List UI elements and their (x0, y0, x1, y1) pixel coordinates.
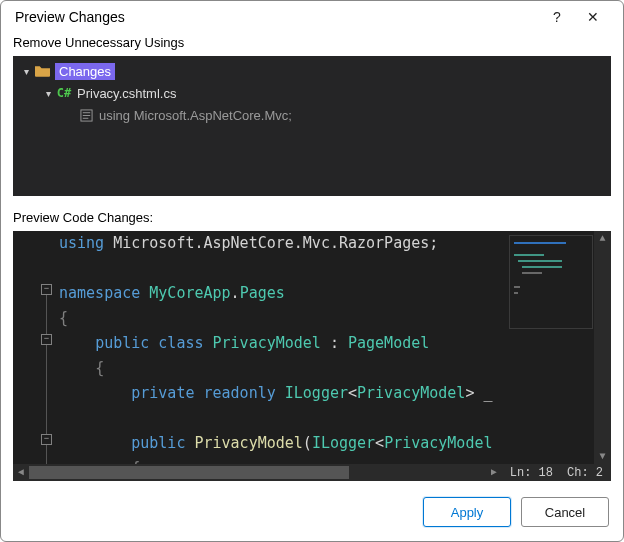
tree-change-label: using Microsoft.AspNetCore.Mvc; (95, 108, 292, 123)
tree-file-node[interactable]: ▾ C# Privacy.cshtml.cs (13, 82, 611, 104)
code-section-label: Preview Code Changes: (1, 206, 623, 231)
dialog-title: Preview Changes (15, 9, 539, 25)
expand-icon[interactable]: ▾ (41, 88, 55, 99)
scroll-up-icon[interactable]: ▲ (599, 231, 605, 246)
tree-root-changes[interactable]: ▾ Changes (13, 60, 611, 82)
status-line: Ln: 18 (510, 466, 553, 480)
apply-button[interactable]: Apply (423, 497, 511, 527)
tree-root-label: Changes (51, 64, 115, 79)
expand-icon[interactable]: ▾ (19, 66, 33, 77)
titlebar: Preview Changes ? ✕ (1, 1, 623, 31)
vertical-scrollbar[interactable]: ▲ ▼ (594, 231, 611, 464)
tree-change-node[interactable]: using Microsoft.AspNetCore.Mvc; (13, 104, 611, 126)
bottom-bar: ◄ ► Ln: 18 Ch: 2 (13, 464, 611, 481)
horizontal-scrollbar[interactable] (29, 464, 486, 481)
code-preview: − − − using Microsoft.AspNetCore.Mvc.Raz… (13, 231, 611, 481)
csharp-file-icon: C# (55, 86, 73, 100)
help-button[interactable]: ? (539, 9, 575, 25)
scroll-right-icon[interactable]: ► (486, 467, 502, 478)
fold-toggle[interactable]: − (41, 284, 52, 295)
close-button[interactable]: ✕ (575, 9, 611, 25)
status-col: Ch: 2 (567, 466, 603, 480)
code-text: using Microsoft.AspNetCore.Mvc.RazorPage… (59, 231, 493, 464)
cancel-button[interactable]: Cancel (521, 497, 609, 527)
tree-section-label: Remove Unnecessary Usings (1, 31, 623, 56)
tree-file-label: Privacy.cshtml.cs (73, 86, 176, 101)
editor-status: Ln: 18 Ch: 2 (502, 464, 611, 481)
document-icon (77, 109, 95, 122)
changes-tree: ▾ Changes ▾ C# Privacy.cshtml.cs using M… (13, 56, 611, 196)
fold-toggle[interactable]: − (41, 434, 52, 445)
scroll-left-icon[interactable]: ◄ (13, 467, 29, 478)
code-body[interactable]: − − − using Microsoft.AspNetCore.Mvc.Raz… (13, 231, 611, 464)
scroll-thumb[interactable] (29, 466, 349, 479)
scroll-down-icon[interactable]: ▼ (599, 449, 605, 464)
fold-toggle[interactable]: − (41, 334, 52, 345)
dialog-footer: Apply Cancel (1, 487, 623, 541)
minimap[interactable] (509, 235, 593, 329)
folder-icon (33, 65, 51, 77)
